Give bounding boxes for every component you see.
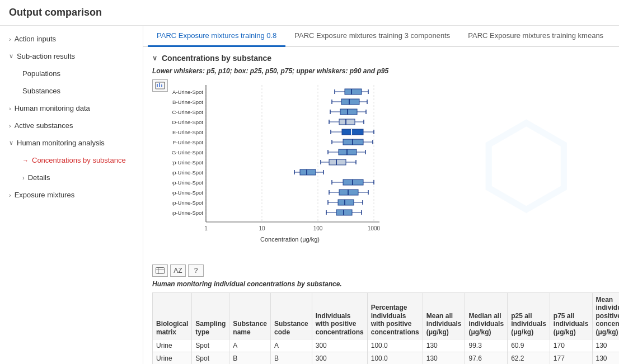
svg-rect-73 [343,179,363,185]
tab-parc-08[interactable]: PARC Exposure mixtures training 0.8 [148,26,285,47]
col-p25-all: p25 all individuals (μg/kg) [508,293,550,339]
sort-icon[interactable]: AZ [170,264,186,277]
content-area: PARC Exposure mixtures training 0.8 PARC… [143,26,619,364]
svg-rect-91 [336,210,352,215]
svg-rect-25 [341,99,359,105]
sidebar-item-human-monitoring-data[interactable]: › Human monitoring data [0,100,143,117]
svg-text:mibp-Urine-Spot: mibp-Urine-Spot [172,179,203,186]
chart-wrap: 1 10 100 1000 Concentration (μg/kg) A-Ur… [172,79,441,249]
whisker-note: Lower whiskers: p5, p10; box: p25, p50, … [152,67,610,75]
sidebar-item-substances[interactable]: Substances [0,82,143,100]
boxplot-svg: 1 10 100 1000 Concentration (μg/kg) A-Ur… [172,79,430,247]
table-body: UrineSpotAA300100.013099.360.917013099.3… [153,339,620,364]
download-chart-icon[interactable] [152,79,168,92]
col-substance-code: Substance code [271,293,312,339]
table-row: UrineSpotBB300100.013097.662.217713097.6… [153,352,620,364]
col-pct-pos: Percentage individuals with positive con… [367,293,423,339]
svg-rect-85 [338,200,354,205]
tabs-bar: PARC Exposure mixtures training 0.8 PARC… [143,26,619,47]
svg-text:100: 100 [313,225,323,231]
arrow-icon: › [9,122,11,129]
arrow-icon: ∨ [9,53,13,60]
col-substance-name: Substance name [229,293,271,339]
table-icons: AZ ? [152,264,610,277]
sidebar-item-exposure-mixtures[interactable]: › Exposure mixtures [0,186,143,204]
chart-container: 1 10 100 1000 Concentration (μg/kg) A-Ur… [152,79,610,249]
sidebar-item-populations[interactable]: Populations [0,65,143,82]
svg-rect-31 [340,109,357,115]
sidebar-item-active-substances[interactable]: › Active substances [0,117,143,134]
table-row: UrineSpotAA300100.013099.360.917013099.3… [153,339,620,352]
svg-rect-67 [300,169,316,175]
table-section: AZ ? Human monitoring individual concent… [143,260,619,364]
svg-text:1000: 1000 [368,225,381,231]
svg-rect-49 [343,139,363,145]
svg-text:Concentration (μg/kg): Concentration (μg/kg) [260,236,320,243]
svg-rect-94 [156,268,165,274]
sidebar-item-details[interactable]: › Details [0,169,143,186]
arrow-icon: › [9,36,11,42]
main-layout: › Action inputs ∨ Sub-action results Pop… [0,26,619,364]
info-icon[interactable]: ? [188,264,204,277]
svg-text:ohmehp-Urine-Spot: ohmehp-Urine-Spot [172,200,203,206]
watermark: ⬡ [442,79,610,249]
svg-text:mbzp-Urine-Spot: mbzp-Urine-Spot [172,159,203,166]
col-mean-pos: Mean individuals positive concentrations… [592,293,619,339]
section-chevron-icon[interactable]: ∨ [152,54,157,62]
svg-text:B-Urine-Spot: B-Urine-Spot [172,99,203,105]
col-sampling-type: Sampling type [192,293,229,339]
sidebar: › Action inputs ∨ Sub-action results Pop… [0,26,143,364]
svg-text:mehp-Urine-Spot: mehp-Urine-Spot [172,169,203,176]
svg-text:D-Urine-Spot: D-Urine-Spot [172,119,203,125]
section-title: Concentrations by substance [162,54,271,63]
tab-parc-kmeans[interactable]: PARC Exposure mixtures training kmeans [459,26,612,47]
svg-text:oxomehp-Urine-Spot: oxomehp-Urine-Spot [172,210,203,216]
arrow-icon: › [9,192,11,198]
table-header-row: Biological matrix Sampling type Substanc… [153,293,620,339]
sidebar-item-human-monitoring-analysis[interactable]: ∨ Human monitoring analysis [0,134,143,152]
arrow-icon: ∨ [9,139,13,146]
svg-rect-55 [339,149,357,155]
svg-text:G-Urine-Spot: G-Urine-Spot [172,149,203,155]
svg-rect-19 [345,89,362,94]
arrow-icon: › [22,174,25,181]
col-biological-matrix: Biological matrix [153,293,192,339]
svg-rect-61 [329,159,346,165]
section-header: ∨ Concentrations by substance [152,54,610,63]
arrow-active-icon: → [22,157,29,164]
sidebar-item-concentrations-by-substance[interactable]: → Concentrations by substance [0,152,143,169]
arrow-icon: › [9,105,11,112]
svg-text:10: 10 [259,225,265,231]
app-header: Output comparison [0,0,619,26]
col-indiv-pos: Individuals with positive concentrations [312,293,367,339]
sidebar-item-action-inputs[interactable]: › Action inputs [0,30,143,48]
download-table-icon[interactable] [152,264,168,277]
svg-text:C-Urine-Spot: C-Urine-Spot [172,109,203,115]
col-mean-all: Mean all individuals (μg/kg) [423,293,465,339]
data-table: Biological matrix Sampling type Substanc… [152,292,619,364]
svg-rect-43 [342,129,363,135]
svg-text:E-Urine-Spot: E-Urine-Spot [172,129,203,135]
svg-rect-37 [339,119,355,125]
sidebar-item-sub-action-results[interactable]: ∨ Sub-action results [0,48,143,65]
tab-parc-3comp[interactable]: PARC Exposure mixtures training 3 compon… [285,26,459,47]
svg-text:F-Urine-Spot: F-Urine-Spot [173,139,204,145]
svg-rect-79 [339,190,358,195]
concentrations-section: ∨ Concentrations by substance Lower whis… [143,47,619,260]
svg-text:mnbp-Urine-Spot: mnbp-Urine-Spot [172,190,203,196]
page-title: Output comparison [9,7,610,18]
table-note: Human monitoring individual concentratio… [152,280,610,288]
svg-text:A-Urine-Spot: A-Urine-Spot [172,89,203,95]
col-p75-all: p75 all individuals (μg/kg) [550,293,592,339]
svg-text:1: 1 [204,225,208,231]
col-median-all: Median all individuals (μg/kg) [465,293,508,339]
